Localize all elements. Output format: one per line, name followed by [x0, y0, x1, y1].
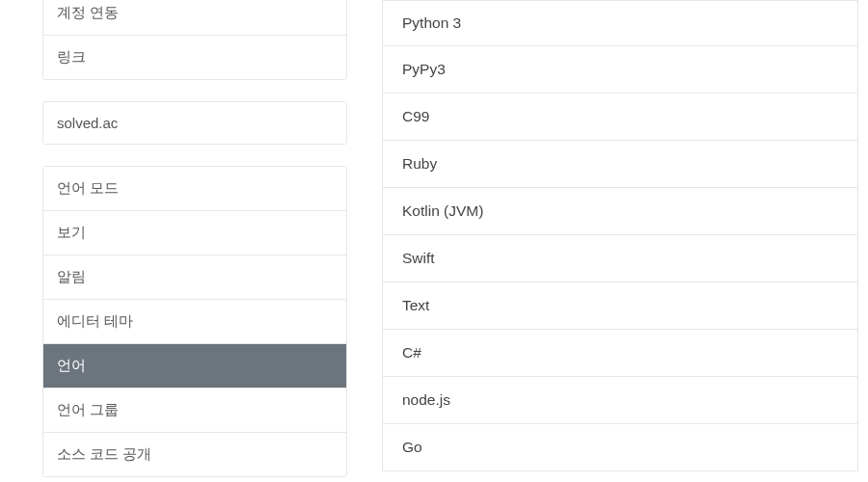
sidebar-item-links[interactable]: 링크	[43, 36, 346, 79]
list-item[interactable]: C99	[382, 94, 858, 141]
list-item[interactable]: Text	[382, 282, 858, 330]
list-item[interactable]: Ruby	[382, 141, 858, 188]
sidebar-item-language[interactable]: 언어	[43, 344, 346, 388]
sidebar-item-source-code-public[interactable]: 소스 코드 공개	[43, 433, 346, 476]
language-list: Python 3 PyPy3 C99 Ruby Kotlin (JVM) Swi…	[382, 0, 858, 471]
sidebar-item-view[interactable]: 보기	[43, 211, 346, 255]
sidebar-group-settings: 언어 모드 보기 알림 에디터 테마 언어 언어 그룹 소스 코드 공개	[42, 166, 347, 477]
sidebar-item-language-mode[interactable]: 언어 모드	[43, 167, 346, 211]
list-item[interactable]: C#	[382, 330, 858, 377]
main-content: Python 3 PyPy3 C99 Ruby Kotlin (JVM) Swi…	[347, 0, 868, 482]
sidebar-item-editor-theme[interactable]: 에디터 테마	[43, 300, 346, 344]
sidebar-group-account: 계정 연동 링크	[42, 0, 347, 80]
sidebar-item-language-group[interactable]: 언어 그룹	[43, 388, 346, 433]
list-item[interactable]: node.js	[382, 377, 858, 424]
sidebar-group-solvedac: solved.ac	[42, 101, 347, 145]
sidebar-item-solvedac[interactable]: solved.ac	[43, 102, 346, 144]
list-item[interactable]: PyPy3	[382, 46, 858, 94]
list-item[interactable]: Python 3	[382, 1, 858, 46]
list-item[interactable]: Swift	[382, 235, 858, 282]
list-item[interactable]: Go	[382, 424, 858, 471]
sidebar-item-notifications[interactable]: 알림	[43, 255, 346, 300]
sidebar: 계정 연동 링크 solved.ac 언어 모드 보기 알림 에디터 테마 언어…	[0, 0, 347, 482]
sidebar-item-account-link[interactable]: 계정 연동	[43, 0, 346, 36]
list-item[interactable]: Kotlin (JVM)	[382, 188, 858, 235]
